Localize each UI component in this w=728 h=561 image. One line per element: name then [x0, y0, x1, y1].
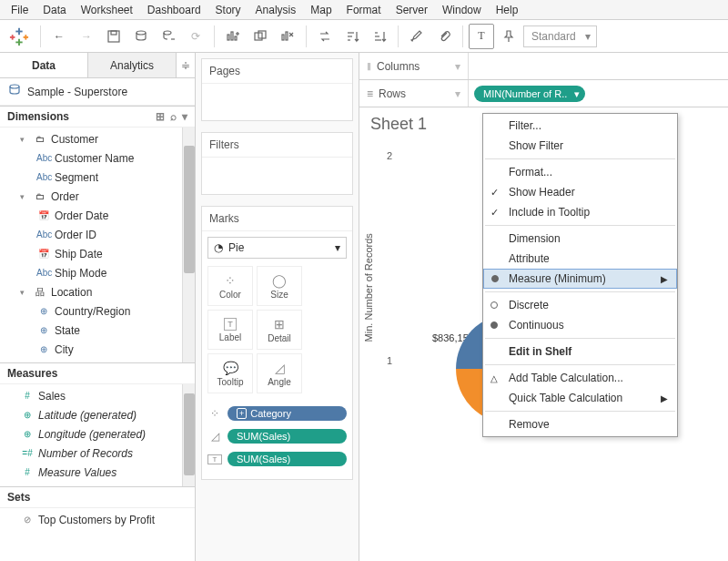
field-sales[interactable]: #Sales	[0, 386, 195, 405]
menu-story[interactable]: Story	[208, 2, 248, 18]
pill-sum-sales-angle[interactable]: ◿SUM(Sales)	[207, 426, 347, 446]
field-customer-name[interactable]: AbcCustomer Name	[0, 148, 195, 168]
field-number-of-records[interactable]: =#Number of Records	[0, 444, 195, 463]
ctx-edit-in-shelf[interactable]: Edit in Shelf	[483, 342, 677, 362]
dimensions-scrollbar[interactable]	[182, 128, 195, 362]
angle-card[interactable]: ◿Angle	[257, 353, 302, 393]
size-card[interactable]: ◯Size	[257, 266, 302, 306]
fit-dropdown[interactable]: Standard	[523, 26, 597, 47]
sets-header: Sets	[0, 486, 195, 508]
ctx-discrete[interactable]: Discrete	[483, 295, 677, 315]
rows-icon: ≡	[367, 87, 373, 100]
menu-data[interactable]: Data	[35, 2, 73, 18]
color-card[interactable]: ⁘Color	[207, 266, 253, 306]
check-icon: ✓	[490, 187, 499, 199]
field-longitude[interactable]: ⊕Longitude (generated)	[0, 424, 195, 444]
ctx-continuous[interactable]: Continuous	[483, 315, 677, 335]
field-measure-values[interactable]: #Measure Values	[0, 463, 195, 482]
ctx-dimension[interactable]: Dimension	[483, 229, 677, 249]
ctx-add-table-calc[interactable]: △Add Table Calculation...	[483, 368, 677, 388]
svg-rect-15	[235, 36, 237, 40]
forward-button[interactable]: →	[74, 24, 99, 49]
tableau-logo-icon[interactable]	[9, 26, 29, 46]
filters-shelf[interactable]: Filters	[201, 132, 353, 195]
abc-icon: Abc	[36, 268, 51, 278]
tab-options-icon[interactable]: ≑	[177, 53, 195, 77]
ctx-measure[interactable]: Measure (Minimum)▶	[483, 269, 677, 289]
highlight-button[interactable]	[404, 24, 430, 49]
measures-tree: #Sales ⊕Latitude (generated) ⊕Longitude …	[0, 384, 195, 486]
ctx-format[interactable]: Format...	[483, 162, 677, 182]
menu-analysis[interactable]: Analysis	[248, 2, 304, 18]
clear-sheet-button[interactable]	[275, 24, 300, 49]
sort-asc-button[interactable]	[339, 24, 365, 49]
folder-customer[interactable]: ▾🗀Customer	[0, 129, 195, 148]
field-state[interactable]: ⊕State	[0, 321, 195, 340]
columns-shelf[interactable]: ⦀Columns▾	[359, 53, 728, 80]
new-datasource-button[interactable]	[128, 24, 154, 49]
field-ship-date[interactable]: 📅Ship Date	[0, 244, 195, 263]
mark-type-dropdown[interactable]: ◔Pie ▾	[207, 237, 347, 259]
field-top-customers[interactable]: ⊘Top Customers by Profit	[0, 510, 195, 529]
rows-pill-min-records[interactable]: MIN(Number of R..	[474, 86, 585, 102]
detail-card[interactable]: ⊞Detail	[257, 310, 302, 350]
menu-map[interactable]: Map	[303, 2, 339, 18]
svg-point-11	[164, 31, 171, 35]
pages-shelf[interactable]: Pages	[201, 58, 353, 121]
ctx-show-filter[interactable]: Show Filter	[483, 136, 677, 156]
measures-scrollbar[interactable]	[182, 384, 195, 486]
back-button[interactable]: ←	[46, 24, 72, 49]
new-sheet-button[interactable]	[220, 24, 246, 49]
delta-icon: △	[490, 373, 498, 383]
chevron-down-icon[interactable]: ▾	[455, 87, 460, 100]
pill-category[interactable]: ⁘+Category	[207, 403, 347, 423]
menu-icon[interactable]: ▾	[182, 110, 187, 123]
datasource-row[interactable]: Sample - Superstore	[0, 78, 195, 106]
menu-window[interactable]: Window	[435, 2, 489, 18]
ctx-attribute[interactable]: Attribute	[483, 249, 677, 269]
pin-button[interactable]	[496, 24, 521, 49]
label-toggle-button[interactable]: T	[469, 24, 494, 49]
sort-desc-button[interactable]	[367, 24, 392, 49]
tab-data[interactable]: Data	[0, 53, 88, 77]
field-latitude[interactable]: ⊕Latitude (generated)	[0, 405, 195, 424]
color-icon: ⁘	[207, 407, 222, 420]
menu-server[interactable]: Server	[389, 2, 435, 18]
save-button[interactable]	[101, 24, 126, 49]
rows-shelf[interactable]: ≡Rows▾ MIN(Number of R..	[359, 80, 728, 107]
tooltip-card[interactable]: 💬Tooltip	[207, 353, 253, 393]
view-icon[interactable]: ⊞	[156, 110, 165, 123]
swap-button[interactable]	[312, 24, 338, 49]
pill-sum-sales-label[interactable]: TSUM(Sales)	[207, 449, 347, 469]
duplicate-button[interactable]	[248, 24, 273, 49]
autoupdate-button[interactable]	[156, 24, 181, 49]
folder-location[interactable]: ▾品Location	[0, 282, 195, 301]
menu-help[interactable]: Help	[489, 2, 526, 18]
folder-order[interactable]: ▾🗀Order	[0, 187, 195, 206]
globe-icon: ⊕	[20, 429, 35, 439]
field-country[interactable]: ⊕Country/Region	[0, 301, 195, 321]
field-order-id[interactable]: AbcOrder ID	[0, 225, 195, 244]
menu-file[interactable]: File	[4, 2, 35, 18]
menu-format[interactable]: Format	[339, 2, 389, 18]
field-ship-mode[interactable]: AbcShip Mode	[0, 263, 195, 282]
set-icon: ⊘	[20, 515, 35, 525]
ctx-include-tooltip[interactable]: ✓Include in Tooltip	[483, 202, 677, 222]
run-button[interactable]: ⟳	[183, 24, 208, 49]
label-card[interactable]: TLabel	[207, 310, 253, 350]
attachment-button[interactable]	[431, 24, 457, 49]
field-order-date[interactable]: 📅Order Date	[0, 206, 195, 225]
tab-analytics[interactable]: Analytics	[88, 53, 177, 77]
search-icon[interactable]: ⌕	[170, 110, 177, 123]
ctx-show-header[interactable]: ✓Show Header	[483, 182, 677, 202]
field-segment[interactable]: AbcSegment	[0, 168, 195, 187]
ctx-remove[interactable]: Remove	[483, 414, 677, 434]
menu-worksheet[interactable]: Worksheet	[74, 2, 140, 18]
ctx-filter[interactable]: Filter...	[483, 116, 677, 136]
datasource-name: Sample - Superstore	[27, 86, 127, 98]
menu-dashboard[interactable]: Dashboard	[140, 2, 208, 18]
field-city[interactable]: ⊕City	[0, 340, 195, 359]
cards-column: Pages Filters Marks ◔Pie ▾ ⁘Color ◯Size …	[196, 53, 359, 561]
ctx-quick-table-calc[interactable]: Quick Table Calculation▶	[483, 388, 677, 408]
chevron-down-icon[interactable]: ▾	[455, 60, 460, 73]
